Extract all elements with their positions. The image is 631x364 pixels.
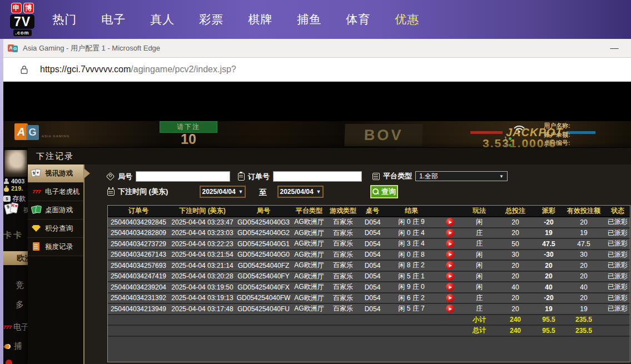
cell-time: 2025-04-04 03:19:50	[169, 282, 236, 293]
site-logo[interactable]: 申 博 7V .com	[10, 3, 34, 36]
lobby-item-card[interactable]: 卡卡	[3, 230, 28, 241]
ag-logo-subtext: ASIA GAMING	[42, 134, 69, 138]
cell-round: GD054254040FW	[236, 293, 291, 304]
col-bet-time: 下注时间 (美东)	[169, 206, 236, 217]
fishing-label: 捕	[14, 341, 22, 351]
cell-order: 250404034239204	[108, 282, 169, 293]
nav-item-slots[interactable]: 电子	[101, 12, 126, 27]
cell-status: 已派彩	[605, 293, 630, 304]
nav-item-fishing[interactable]: 捕鱼	[297, 12, 321, 27]
lobby-item-jing[interactable]: 竞	[3, 280, 28, 291]
cell-play	[437, 303, 463, 315]
cell-time: 2025-04-04 03:19:13	[169, 293, 236, 304]
cell-table: D054	[359, 238, 386, 250]
seat-list: 1 2	[504, 135, 511, 147]
replay-icon[interactable]	[446, 251, 454, 259]
lobby-item-slots[interactable]: 777 电子	[3, 322, 28, 332]
replay-icon[interactable]	[446, 218, 454, 226]
slot-777-icon: 777	[3, 325, 12, 330]
cell-order: 250404034292845	[108, 217, 169, 228]
gem-icon	[31, 223, 42, 233]
nav-item-boardgames[interactable]: 棋牌	[248, 12, 272, 27]
col-replay	[437, 206, 463, 217]
menu-item-points-inquiry[interactable]: 积分查询	[28, 220, 83, 238]
cell-round: GD054254040FZ	[236, 260, 291, 271]
replay-icon[interactable]	[446, 294, 454, 302]
lobby-item-fishing[interactable]: 捕	[3, 341, 28, 351]
nav-item-lottery[interactable]: 彩票	[199, 12, 223, 27]
replay-icon[interactable]	[446, 261, 454, 270]
col-game-type: 游戏类型	[327, 206, 359, 217]
search-button[interactable]: 查询	[370, 185, 398, 198]
cell-result: 闲 5 庄 1	[386, 271, 437, 282]
menu-label: 积分查询	[45, 224, 73, 233]
user-id-row: 4003	[3, 178, 28, 185]
address-bar[interactable]: https://gci.7vvvvvv.com/agingame/pcv2/in…	[40, 64, 236, 74]
bet-records-table-wrap: 订单号 下注时间 (美东) 局号 平台类型 游戏类型 桌号 结果 玩法 总	[107, 205, 630, 362]
subtotal-label: 小计	[463, 315, 496, 326]
cell-play	[437, 217, 463, 228]
nav-item-sports[interactable]: 体育	[346, 12, 370, 27]
replay-icon[interactable]	[446, 283, 454, 291]
lock-icon[interactable]	[20, 65, 28, 74]
minimize-button[interactable]: —	[605, 40, 623, 57]
lobby-item-europe-active[interactable]: 欧洲	[3, 251, 28, 265]
order-number-input[interactable]	[273, 171, 362, 182]
cell-round: GD054254040G0	[236, 250, 291, 261]
cell-bet: 闲	[463, 217, 496, 228]
cell-time: 2025-04-04 03:22:23	[169, 238, 236, 250]
menu-item-video-games[interactable]: 9♥ 视讯游戏	[28, 164, 83, 183]
slot-777-icon: 777	[31, 187, 42, 197]
cell-game: 百家乐	[327, 250, 359, 261]
cell-total: 20	[496, 228, 535, 239]
dialog-main: 局号 订单号 平台类型 1.全部 ▼	[85, 164, 631, 364]
cell-total: 50	[496, 238, 535, 250]
cell-total: 20	[496, 293, 535, 304]
platform-type-label: 平台类型	[383, 171, 412, 181]
cell-payout: 20	[535, 260, 563, 271]
cell-bet: 闲	[463, 250, 496, 261]
table-row: 2504040342828092025-04-04 03:23:03GD0542…	[108, 228, 630, 239]
cell-play	[437, 271, 463, 282]
cell-valid: 30	[563, 250, 605, 261]
cell-bet: 闲	[463, 260, 496, 271]
date-to-picker[interactable]: 2025/04/04 ▼	[277, 186, 324, 198]
replay-icon[interactable]	[446, 240, 454, 248]
round-number-input[interactable]	[136, 171, 230, 182]
table-row: 2504040342474192025-04-04 03:20:28GD0542…	[108, 271, 630, 282]
cell-game: 百家乐	[327, 293, 359, 304]
cell-platform: AG欧洲厅	[291, 217, 327, 228]
replay-icon[interactable]	[446, 229, 454, 237]
table-header: 订单号 下注时间 (美东) 局号 平台类型 游戏类型 桌号 结果 玩法 总	[108, 206, 630, 217]
table-row: 2504040342392042025-04-04 03:19:50GD0542…	[108, 282, 630, 293]
menu-item-slot-machines[interactable]: 777 电子老虎机	[28, 183, 83, 201]
date-from-picker[interactable]: 2025/04/04 ▼	[200, 186, 246, 198]
cell-payout: -20	[535, 217, 563, 228]
nav-item-hot[interactable]: 热门	[52, 12, 77, 27]
cell-platform: AG欧洲厅	[291, 228, 327, 239]
cell-payout: 19	[535, 303, 563, 315]
clipboard-icon	[238, 173, 245, 181]
countdown-timer: 10	[160, 131, 217, 147]
date-range-to-label: 至	[259, 188, 267, 198]
cell-table: D054	[359, 260, 386, 271]
cell-bet: 庄	[463, 238, 496, 250]
balance-text: 219.	[11, 185, 23, 192]
nav-item-promotions[interactable]: 优惠	[395, 12, 419, 27]
lobby-item-duo[interactable]: 多	[3, 300, 28, 310]
cell-time: 2025-04-04 03:21:14	[169, 260, 236, 271]
video-games-cards-icon[interactable]: 9 K♥	[4, 202, 23, 217]
video-games-partial-label[interactable]: 视	[23, 206, 28, 215]
menu-item-quota-records[interactable]: 额度记录	[28, 238, 83, 256]
platform-type-select[interactable]: 1.全部 ▼	[415, 171, 508, 181]
nav-item-live[interactable]: 真人	[150, 12, 175, 27]
user-info-panel: 用户名称: 账户余额: 桌台编号:	[544, 122, 570, 147]
cell-platform: AG欧洲厅	[291, 238, 327, 250]
cell-valid: 19	[563, 228, 605, 239]
filter-round-number: 局号	[107, 171, 230, 182]
logo-sub-text: .com	[13, 29, 32, 36]
replay-icon[interactable]	[446, 305, 454, 313]
cell-order: 250404034247419	[108, 271, 169, 282]
replay-icon[interactable]	[446, 272, 454, 281]
menu-item-table-games[interactable]: 桌面游戏	[28, 201, 83, 220]
